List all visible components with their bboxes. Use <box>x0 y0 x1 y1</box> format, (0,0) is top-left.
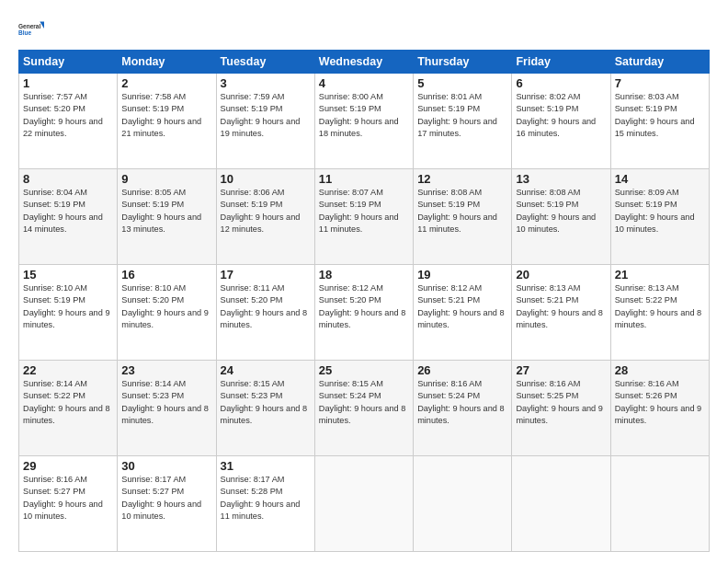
calendar-cell: 4Sunrise: 8:00 AMSunset: 5:19 PMDaylight… <box>314 74 413 169</box>
day-number: 22 <box>23 363 113 377</box>
calendar-cell: 13Sunrise: 8:08 AMSunset: 5:19 PMDayligh… <box>512 169 610 265</box>
day-info: Sunrise: 8:14 AMSunset: 5:23 PMDaylight:… <box>121 378 211 427</box>
calendar-cell: 29Sunrise: 8:16 AMSunset: 5:27 PMDayligh… <box>19 456 118 552</box>
day-info: Sunrise: 8:10 AMSunset: 5:19 PMDaylight:… <box>23 282 113 331</box>
day-info: Sunrise: 8:14 AMSunset: 5:22 PMDaylight:… <box>23 378 113 427</box>
calendar-cell: 24Sunrise: 8:15 AMSunset: 5:23 PMDayligh… <box>216 361 314 456</box>
calendar-cell: 22Sunrise: 8:14 AMSunset: 5:22 PMDayligh… <box>19 361 118 456</box>
day-info: Sunrise: 8:06 AMSunset: 5:19 PMDaylight:… <box>221 187 311 236</box>
day-info: Sunrise: 8:10 AMSunset: 5:20 PMDaylight:… <box>121 282 211 331</box>
day-info: Sunrise: 8:05 AMSunset: 5:19 PMDaylight:… <box>121 187 211 236</box>
calendar-cell: 30Sunrise: 8:17 AMSunset: 5:27 PMDayligh… <box>118 456 216 552</box>
calendar-cell: 11Sunrise: 8:07 AMSunset: 5:19 PMDayligh… <box>314 169 413 265</box>
day-number: 31 <box>221 459 311 473</box>
calendar-cell: 16Sunrise: 8:10 AMSunset: 5:20 PMDayligh… <box>118 265 216 361</box>
day-info: Sunrise: 8:15 AMSunset: 5:23 PMDaylight:… <box>221 378 311 427</box>
day-info: Sunrise: 8:17 AMSunset: 5:27 PMDaylight:… <box>121 474 211 523</box>
day-number: 12 <box>417 172 507 186</box>
day-number: 11 <box>319 172 409 186</box>
day-number: 1 <box>23 76 113 90</box>
empty-cell <box>414 456 512 552</box>
empty-cell <box>314 456 413 552</box>
calendar-cell: 5Sunrise: 8:01 AMSunset: 5:19 PMDaylight… <box>414 74 512 169</box>
weekday-header: Friday <box>512 51 610 74</box>
day-number: 24 <box>221 363 311 377</box>
calendar-cell: 7Sunrise: 8:03 AMSunset: 5:19 PMDaylight… <box>610 74 709 169</box>
calendar-cell: 26Sunrise: 8:16 AMSunset: 5:24 PMDayligh… <box>414 361 512 456</box>
logo-icon: GeneralBlue <box>18 17 44 42</box>
day-number: 5 <box>417 76 507 90</box>
logo: GeneralBlue <box>18 17 44 42</box>
day-number: 13 <box>516 172 606 186</box>
day-info: Sunrise: 8:12 AMSunset: 5:20 PMDaylight:… <box>319 282 409 331</box>
weekday-header: Wednesday <box>314 51 413 74</box>
calendar-cell: 18Sunrise: 8:12 AMSunset: 5:20 PMDayligh… <box>314 265 413 361</box>
calendar-cell: 23Sunrise: 8:14 AMSunset: 5:23 PMDayligh… <box>118 361 216 456</box>
day-info: Sunrise: 8:13 AMSunset: 5:22 PMDaylight:… <box>615 282 705 331</box>
day-info: Sunrise: 8:15 AMSunset: 5:24 PMDaylight:… <box>319 378 409 427</box>
day-info: Sunrise: 8:08 AMSunset: 5:19 PMDaylight:… <box>516 187 606 236</box>
calendar-cell: 1Sunrise: 7:57 AMSunset: 5:20 PMDaylight… <box>19 74 118 169</box>
empty-cell <box>610 456 709 552</box>
day-number: 6 <box>516 76 606 90</box>
day-number: 17 <box>221 268 311 282</box>
weekday-header: Tuesday <box>216 51 314 74</box>
calendar-cell: 31Sunrise: 8:17 AMSunset: 5:28 PMDayligh… <box>216 456 314 552</box>
day-number: 15 <box>23 268 113 282</box>
day-info: Sunrise: 8:17 AMSunset: 5:28 PMDaylight:… <box>221 474 311 523</box>
weekday-header: Saturday <box>610 51 709 74</box>
day-number: 20 <box>516 268 606 282</box>
calendar-page: GeneralBlue SundayMondayTuesdayWednesday… <box>0 0 728 563</box>
calendar-cell: 17Sunrise: 8:11 AMSunset: 5:20 PMDayligh… <box>216 265 314 361</box>
calendar-cell: 8Sunrise: 8:04 AMSunset: 5:19 PMDaylight… <box>19 169 118 265</box>
day-info: Sunrise: 8:08 AMSunset: 5:19 PMDaylight:… <box>417 187 507 236</box>
day-info: Sunrise: 8:09 AMSunset: 5:19 PMDaylight:… <box>615 187 705 236</box>
day-number: 19 <box>417 268 507 282</box>
day-info: Sunrise: 8:07 AMSunset: 5:19 PMDaylight:… <box>319 187 409 236</box>
calendar-cell: 2Sunrise: 7:58 AMSunset: 5:19 PMDaylight… <box>118 74 216 169</box>
day-number: 2 <box>121 76 211 90</box>
day-info: Sunrise: 7:59 AMSunset: 5:19 PMDaylight:… <box>221 91 311 140</box>
day-number: 16 <box>121 268 211 282</box>
weekday-header: Sunday <box>19 51 118 74</box>
day-number: 9 <box>121 172 211 186</box>
day-number: 27 <box>516 363 606 377</box>
day-number: 28 <box>615 363 705 377</box>
svg-text:General: General <box>18 23 40 29</box>
day-info: Sunrise: 8:00 AMSunset: 5:19 PMDaylight:… <box>319 91 409 140</box>
calendar-cell: 19Sunrise: 8:12 AMSunset: 5:21 PMDayligh… <box>414 265 512 361</box>
calendar-cell: 3Sunrise: 7:59 AMSunset: 5:19 PMDaylight… <box>216 74 314 169</box>
day-info: Sunrise: 8:16 AMSunset: 5:25 PMDaylight:… <box>516 378 606 427</box>
calendar-cell: 28Sunrise: 8:16 AMSunset: 5:26 PMDayligh… <box>610 361 709 456</box>
day-number: 14 <box>615 172 705 186</box>
calendar-cell: 6Sunrise: 8:02 AMSunset: 5:19 PMDaylight… <box>512 74 610 169</box>
calendar-cell: 15Sunrise: 8:10 AMSunset: 5:19 PMDayligh… <box>19 265 118 361</box>
day-info: Sunrise: 8:16 AMSunset: 5:27 PMDaylight:… <box>23 474 113 523</box>
day-info: Sunrise: 8:01 AMSunset: 5:19 PMDaylight:… <box>417 91 507 140</box>
weekday-header: Thursday <box>414 51 512 74</box>
day-number: 18 <box>319 268 409 282</box>
day-info: Sunrise: 8:16 AMSunset: 5:26 PMDaylight:… <box>615 378 705 427</box>
day-info: Sunrise: 8:13 AMSunset: 5:21 PMDaylight:… <box>516 282 606 331</box>
day-info: Sunrise: 8:04 AMSunset: 5:19 PMDaylight:… <box>23 187 113 236</box>
day-number: 23 <box>121 363 211 377</box>
day-info: Sunrise: 8:02 AMSunset: 5:19 PMDaylight:… <box>516 91 606 140</box>
day-info: Sunrise: 8:11 AMSunset: 5:20 PMDaylight:… <box>221 282 311 331</box>
calendar-cell: 12Sunrise: 8:08 AMSunset: 5:19 PMDayligh… <box>414 169 512 265</box>
calendar-cell: 10Sunrise: 8:06 AMSunset: 5:19 PMDayligh… <box>216 169 314 265</box>
calendar-cell: 21Sunrise: 8:13 AMSunset: 5:22 PMDayligh… <box>610 265 709 361</box>
day-number: 30 <box>121 459 211 473</box>
day-number: 8 <box>23 172 113 186</box>
calendar-cell: 14Sunrise: 8:09 AMSunset: 5:19 PMDayligh… <box>610 169 709 265</box>
calendar-cell: 27Sunrise: 8:16 AMSunset: 5:25 PMDayligh… <box>512 361 610 456</box>
day-number: 25 <box>319 363 409 377</box>
day-info: Sunrise: 8:12 AMSunset: 5:21 PMDaylight:… <box>417 282 507 331</box>
calendar-cell: 9Sunrise: 8:05 AMSunset: 5:19 PMDaylight… <box>118 169 216 265</box>
day-number: 3 <box>221 76 311 90</box>
day-info: Sunrise: 7:57 AMSunset: 5:20 PMDaylight:… <box>23 91 113 140</box>
day-info: Sunrise: 8:03 AMSunset: 5:19 PMDaylight:… <box>615 91 705 140</box>
day-info: Sunrise: 8:16 AMSunset: 5:24 PMDaylight:… <box>417 378 507 427</box>
weekday-header: Monday <box>118 51 216 74</box>
calendar-cell: 20Sunrise: 8:13 AMSunset: 5:21 PMDayligh… <box>512 265 610 361</box>
day-number: 7 <box>615 76 705 90</box>
